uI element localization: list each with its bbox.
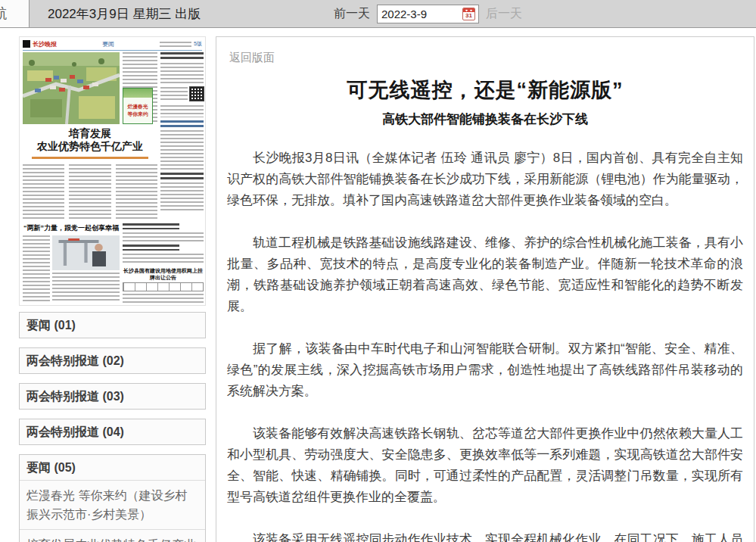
- sidebar-section-yaowen-01[interactable]: 要闻 (01): [19, 312, 206, 338]
- placeholder-text-lines: [23, 164, 64, 219]
- placeholder-headline-lines: [160, 120, 204, 127]
- placeholder-text-lines: [160, 105, 204, 117]
- nav-tab[interactable]: 航: [0, 0, 30, 27]
- thumb-page-info: 5版: [160, 40, 202, 48]
- thumb-mid-column: 烂漫春光 等你来约: [123, 52, 157, 124]
- placeholder-text-lines: [160, 63, 204, 84]
- promo-line2: 等你来约: [127, 112, 148, 117]
- thumb-subhead-line: [32, 157, 148, 159]
- sidebar-article-link[interactable]: 培育发展农业优势特色千亿产业: [20, 530, 205, 542]
- placeholder-text-lines: [160, 130, 204, 170]
- placeholder-headline-lines: [160, 52, 204, 60]
- newspaper-page-thumbnail[interactable]: 长沙晚报 要闻 5版: [19, 36, 206, 306]
- article-paragraph: 据了解，该装备由中车时代电子和山河智能联合研制。双方紧扣“智能、安全、精准、绿色…: [227, 338, 743, 402]
- prev-day-link[interactable]: 前一天: [334, 6, 370, 22]
- article-subtitle: 高铁大部件智能铺换装备在长沙下线: [226, 111, 745, 128]
- article-paragraph: 长沙晚报3月8日讯（全媒体记者 伍玲 通讯员 廖宁）8日，国内首创、具有完全自主…: [227, 148, 743, 211]
- placeholder-text-lines: [123, 294, 204, 304]
- date-picker[interactable]: 31: [377, 5, 479, 23]
- notice-table-grid: [123, 282, 204, 291]
- sidebar-section-header[interactable]: 要闻 (05): [20, 455, 205, 481]
- thumb-promo-box: 烂漫春光 等你来约: [123, 88, 153, 124]
- sidebar-section-lianghui-04[interactable]: 两会特别报道 (04): [19, 419, 206, 445]
- placeholder-text-lines: [160, 182, 204, 211]
- placeholder-headline-lines: [160, 173, 204, 179]
- aerial-village-photo: [23, 52, 120, 124]
- promo-line1: 烂漫春光: [127, 104, 148, 110]
- article-body: 长沙晚报3月8日讯（全媒体记者 伍玲 通讯员 廖宁）8日，国内首创、具有完全自主…: [226, 148, 745, 542]
- sidebar-section-lianghui-02[interactable]: 两会特别报道 (02): [19, 347, 206, 374]
- top-navigation-bar: 航 2022年3月9日 星期三 出版 前一天 31 后一天: [0, 0, 756, 28]
- thumb-section-name: 要闻: [102, 40, 114, 48]
- thumb-header: 长沙晚报 要闻 5版: [23, 39, 202, 48]
- back-to-page-link[interactable]: 返回版面: [229, 51, 275, 65]
- article-paragraph: 轨道工程机械是铁路基础设施线路建设、维修、养护的综合性机械化施工装备，具有小批量…: [227, 232, 743, 317]
- sidebar-section-lianghui-03[interactable]: 两会特别报道 (03): [19, 383, 206, 410]
- main-layout: 长沙晚报 要闻 5版: [0, 28, 756, 542]
- thumb-page-number: 5版: [194, 40, 202, 48]
- placeholder-headline-lines: [123, 245, 179, 251]
- newspaper-logo-icon: [23, 40, 30, 48]
- next-day-link[interactable]: 后一天: [486, 6, 522, 22]
- publish-date-text: 2022年3月9日 星期三 出版: [48, 0, 201, 27]
- calendar-icon[interactable]: 31: [462, 8, 475, 20]
- article-title: 可无线遥控，还是“新能源版”: [226, 76, 745, 104]
- thumb-right-column: [160, 52, 204, 220]
- date-navigation: 前一天 31 后一天: [334, 0, 522, 27]
- placeholder-text-lines: [160, 87, 188, 102]
- article-paragraph: 该装备能够有效解决高速铁路长钢轨、岔芯等道岔大部件更换作业中仍然依赖大量人工和小…: [227, 423, 743, 508]
- placeholder-text-lines: [52, 273, 120, 302]
- thumb-land-notice: 长沙县国有建设用地使用权网上挂牌出让公告: [123, 267, 204, 304]
- date-input[interactable]: [378, 5, 462, 23]
- qr-code-icon: [190, 87, 204, 101]
- placeholder-text-lines: [23, 235, 50, 302]
- sidebar: 长沙晚报 要闻 5版: [19, 36, 206, 542]
- promo-trees-art: [123, 89, 152, 98]
- placeholder-text-lines: [160, 42, 191, 47]
- thumb-divider: [23, 50, 202, 51]
- calendar-icon-day: 31: [463, 12, 474, 20]
- worker-photo: [52, 235, 120, 270]
- thumb-second-article: “两新”力量，跟党一起创享幸福: [23, 223, 120, 302]
- thumb-right-mid: [123, 223, 204, 264]
- sidebar-article-link[interactable]: 烂漫春光 等你来约（建设乡村振兴示范市·乡村美景）: [20, 481, 205, 530]
- placeholder-text-lines: [123, 254, 204, 264]
- thumb-main-headline: 培育发展 农业优势特色千亿产业: [23, 127, 157, 153]
- thumb-masthead: 长沙晚报: [33, 40, 57, 48]
- sidebar-section-yaowen-05: 要闻 (05) 烂漫春光 等你来约（建设乡村振兴示范市·乡村美景） 培育发展农业…: [19, 454, 206, 542]
- placeholder-headline-lines: [123, 223, 179, 229]
- placeholder-text-lines: [116, 164, 157, 219]
- nav-tab-label: 航: [0, 5, 7, 23]
- placeholder-text-lines: [69, 164, 110, 219]
- article-panel: 返回版面 可无线遥控，还是“新能源版” 高铁大部件智能铺换装备在长沙下线 长沙晚…: [216, 36, 754, 542]
- thumb-body-columns: [23, 164, 157, 219]
- placeholder-text-lines: [123, 232, 204, 241]
- article-paragraph: 该装备采用无线遥控同步动作作业技术，实现全程机械化作业，在同工况下，施工人员较行…: [227, 529, 743, 542]
